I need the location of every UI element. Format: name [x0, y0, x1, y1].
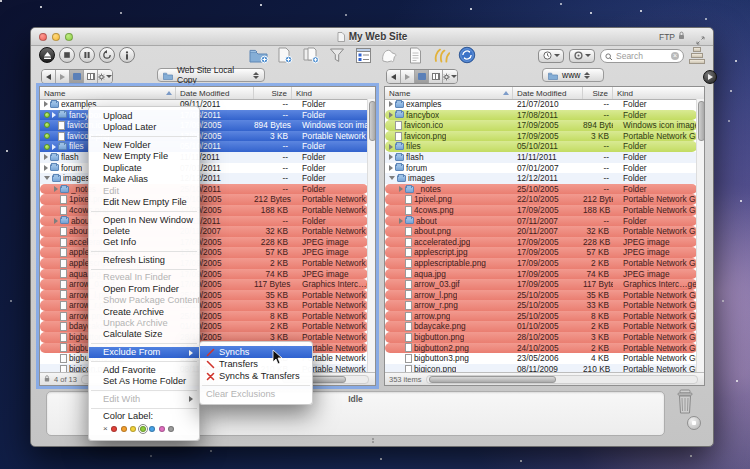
- lock-badge-icon[interactable]: [687, 416, 701, 430]
- table-row[interactable]: arrow_l.png25/10/200535 KBPortable Netwo…: [385, 290, 697, 301]
- color-swatch-selected[interactable]: [140, 426, 146, 432]
- list-view-button[interactable]: [70, 70, 84, 83]
- table-row[interactable]: _notes25/10/2005--Folder: [385, 184, 697, 195]
- disclosure-triangle-icon[interactable]: [44, 101, 48, 107]
- menu-item-exclude-from[interactable]: Exclude From: [89, 347, 199, 358]
- gear-menu-button[interactable]: [98, 70, 112, 83]
- disclosure-triangle-icon[interactable]: [52, 144, 56, 150]
- vertical-scrollbar[interactable]: [367, 99, 375, 373]
- menu-item-set-as-home-folder[interactable]: Set As Home Folder: [89, 376, 199, 387]
- menu-item-new-folder[interactable]: New Folder: [89, 140, 199, 151]
- menu-item-make-alias[interactable]: Make Alias: [89, 174, 199, 185]
- waves-icon[interactable]: [431, 46, 451, 64]
- disclosure-triangle-icon[interactable]: [389, 144, 393, 150]
- pause-button[interactable]: [79, 47, 95, 63]
- table-row[interactable]: accelerated.jpg17/09/2005228 KBJPEG imag…: [385, 237, 697, 248]
- table-row[interactable]: files05/10/2011--Folder: [385, 141, 697, 152]
- menu-item-create-archive[interactable]: Create Archive: [89, 307, 199, 318]
- new-folder-icon[interactable]: [249, 46, 269, 64]
- stop-button[interactable]: [59, 47, 75, 63]
- duplicate-file-icon[interactable]: [301, 46, 321, 64]
- filter-icon[interactable]: [327, 46, 347, 64]
- column-header-name[interactable]: Name: [385, 87, 513, 99]
- task-list-icon[interactable]: [353, 46, 373, 64]
- menu-item-upload-later[interactable]: Upload Later: [89, 122, 199, 133]
- gear-menu-button[interactable]: [443, 70, 457, 83]
- menu-item-open-in-new-window[interactable]: Open In New Window: [89, 215, 199, 226]
- list-view-button[interactable]: [415, 70, 429, 83]
- disclosure-triangle-icon[interactable]: [399, 218, 403, 224]
- menu-item-synchs[interactable]: Synchs: [200, 346, 312, 358]
- menu-item-calculate-size[interactable]: Calculate Size: [89, 329, 199, 340]
- disclosure-triangle-icon[interactable]: [44, 165, 48, 171]
- disclosure-triangle-icon[interactable]: [389, 176, 395, 180]
- table-row[interactable]: applescript.jpg17/09/200557 KBJPEG image: [385, 247, 697, 258]
- table-row[interactable]: bigbutton3.png23/05/20064 KBPortable Net…: [385, 353, 697, 364]
- left-path-dropdown[interactable]: Web Site Local Copy: [157, 68, 265, 82]
- forward-button[interactable]: [56, 70, 70, 83]
- table-row[interactable]: about.png20/11/200732 KBPortable Network…: [385, 226, 697, 237]
- menu-item-upload[interactable]: Upload: [89, 111, 199, 122]
- trash-icon[interactable]: [675, 389, 695, 419]
- color-swatch[interactable]: [159, 426, 165, 432]
- sync-icon[interactable]: [457, 46, 477, 64]
- disclosure-triangle-icon[interactable]: [389, 112, 393, 118]
- back-button[interactable]: [42, 70, 56, 83]
- disclosure-triangle-icon[interactable]: [389, 154, 393, 160]
- column-header-size[interactable]: Size: [583, 87, 613, 99]
- menu-item-duplicate[interactable]: Duplicate: [89, 163, 199, 174]
- table-row[interactable]: about07/11/2007--Folder: [385, 216, 697, 227]
- refresh-button[interactable]: [99, 47, 115, 63]
- column-header-size[interactable]: Size: [254, 87, 292, 99]
- info-button[interactable]: [119, 47, 135, 63]
- right-path-dropdown[interactable]: www: [542, 68, 604, 82]
- disclosure-triangle-icon[interactable]: [52, 112, 56, 118]
- menu-item-refresh-listing[interactable]: Refresh Listing: [89, 255, 199, 266]
- table-row[interactable]: favicon.png17/09/20053 KBPortable Networ…: [385, 131, 697, 142]
- table-row[interactable]: forum07/01/2007--Folder: [385, 163, 697, 174]
- table-row[interactable]: examples21/07/2010--Folder: [385, 99, 697, 110]
- history-menu-button[interactable]: [538, 49, 564, 63]
- go-button[interactable]: [703, 70, 717, 84]
- disclosure-triangle-icon[interactable]: [389, 101, 393, 107]
- back-button[interactable]: [387, 70, 401, 83]
- disclosure-triangle-icon[interactable]: [44, 176, 50, 180]
- dog-icon[interactable]: [379, 46, 399, 64]
- menu-item-delete[interactable]: Delete: [89, 226, 199, 237]
- menu-item-edit-new-empty-file[interactable]: Edit New Empty File: [89, 197, 199, 208]
- column-header-kind[interactable]: Kind: [613, 87, 704, 99]
- menu-item-transfers[interactable]: Transfers: [200, 358, 312, 370]
- menu-item-new-empty-file[interactable]: New Empty File: [89, 151, 199, 162]
- color-swatch[interactable]: [121, 426, 127, 432]
- table-row[interactable]: arrow_03.gif17/09/2005117 BytesGraphics …: [385, 279, 697, 290]
- actions-menu-button[interactable]: [569, 49, 595, 63]
- menu-item-get-info[interactable]: Get Info: [89, 237, 199, 248]
- resize-grip[interactable]: [372, 438, 374, 444]
- table-row[interactable]: applescriptable.png17/09/20052 KBPortabl…: [385, 258, 697, 269]
- document-icon[interactable]: [405, 46, 425, 64]
- table-row[interactable]: 4cows.png17/09/2005188 KBPortable Networ…: [385, 205, 697, 216]
- titlebar[interactable]: My Web Site FTP: [31, 28, 713, 46]
- search-input[interactable]: Search ×: [600, 49, 684, 63]
- bandwidth-icon[interactable]: [689, 47, 705, 64]
- table-row[interactable]: flash11/11/2011--Folder: [385, 152, 697, 163]
- disclosure-triangle-icon[interactable]: [54, 218, 58, 224]
- menu-item-open-from-finder[interactable]: Open From Finder: [89, 284, 199, 295]
- column-header-date-modified[interactable]: Date Modified: [513, 87, 583, 99]
- disclosure-triangle-icon[interactable]: [44, 154, 48, 160]
- new-file-icon[interactable]: [275, 46, 295, 64]
- table-row[interactable]: arrow_r.png25/10/200533 KBPortable Netwo…: [385, 300, 697, 311]
- color-swatch[interactable]: [168, 426, 174, 432]
- table-row[interactable]: favicon.ico17/09/2005894 BytesWindows ic…: [385, 120, 697, 131]
- disclosure-triangle-icon[interactable]: [399, 186, 403, 192]
- color-swatch[interactable]: [149, 426, 155, 432]
- table-row[interactable]: aqua.jpg17/09/200574 KBJPEG image: [385, 269, 697, 280]
- color-swatch[interactable]: [130, 426, 136, 432]
- column-header-name[interactable]: Name: [40, 87, 176, 99]
- column-view-button[interactable]: [429, 70, 443, 83]
- eject-button[interactable]: [39, 47, 55, 63]
- clear-label-button[interactable]: ×: [103, 425, 108, 433]
- color-swatch[interactable]: [111, 426, 117, 432]
- menu-item-synchs-transfers[interactable]: Synchs & Transfers: [200, 370, 312, 382]
- column-header-kind[interactable]: Kind: [292, 87, 375, 99]
